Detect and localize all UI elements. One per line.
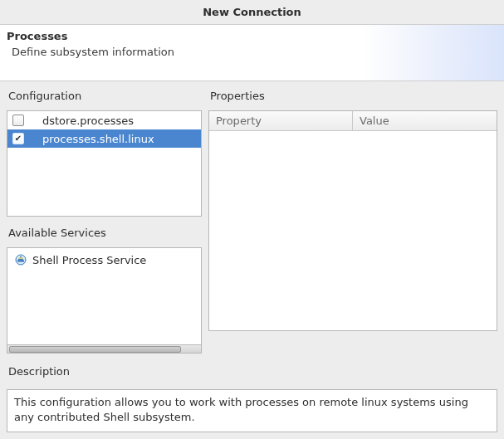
configuration-checkbox[interactable]	[12, 133, 24, 144]
window-titlebar[interactable]: New Connection	[0, 0, 504, 25]
configuration-label: Configuration	[7, 88, 202, 110]
description-label: Description	[7, 359, 497, 384]
configuration-item-label: dstore.processes	[42, 115, 134, 127]
configuration-item[interactable]: dstore.processes	[7, 111, 201, 129]
wizard-banner-title: Processes	[7, 30, 496, 42]
available-services-list[interactable]: Shell Process Service	[7, 247, 202, 354]
horizontal-scrollbar[interactable]	[7, 344, 201, 353]
configuration-item-label: processes.shell.linux	[42, 133, 154, 145]
window-title: New Connection	[203, 6, 301, 18]
wizard-body: Configuration Properties dstore.processe…	[0, 81, 504, 389]
properties-label: Properties	[208, 88, 497, 110]
description-text-area: This configuration allows you to work wi…	[7, 389, 497, 432]
service-item[interactable]: Shell Process Service	[7, 248, 201, 271]
properties-col-value[interactable]: Value	[353, 111, 497, 130]
available-services-label: Available Services	[7, 222, 202, 247]
properties-col-property[interactable]: Property	[209, 111, 353, 130]
configuration-list[interactable]: dstore.processes processes.shell.linux	[7, 110, 202, 217]
configuration-item[interactable]: processes.shell.linux	[7, 129, 201, 148]
properties-header: Property Value	[209, 111, 497, 131]
properties-table[interactable]: Property Value	[208, 110, 497, 331]
service-item-label: Shell Process Service	[32, 254, 146, 266]
wizard-banner-subtitle: Define subsystem information	[7, 46, 496, 58]
description-text: This configuration allows you to work wi…	[14, 396, 468, 423]
wizard-banner: Processes Define subsystem information	[0, 25, 504, 81]
new-connection-window: New Connection Processes Define subsyste…	[0, 0, 504, 439]
service-icon	[14, 253, 27, 266]
configuration-checkbox[interactable]	[12, 115, 24, 126]
